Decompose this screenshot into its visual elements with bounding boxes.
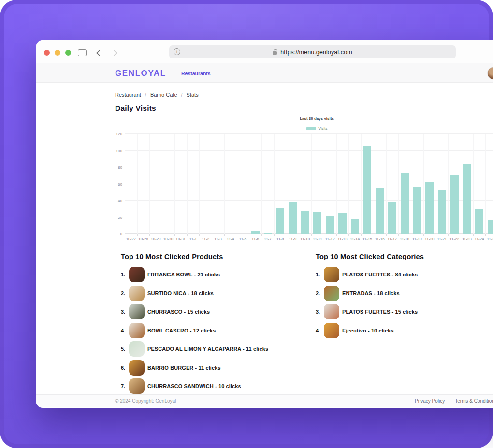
x-axis-tick	[448, 234, 449, 236]
chart-bar[interactable]	[301, 211, 309, 234]
site-header: GENLOYAL Restaurants	[36, 63, 493, 83]
list-item[interactable]: 1. PLATOS FUERTES - 84 clicks	[316, 267, 493, 282]
footer-link[interactable]: Terms & Conditions	[455, 398, 493, 404]
close-window-button[interactable]	[44, 50, 50, 56]
nav-item-restaurants[interactable]: Restaurants	[181, 71, 211, 76]
gridline	[287, 134, 287, 234]
gridline	[125, 150, 493, 151]
list-item[interactable]: 3. CHURRASCO - 15 clicks	[121, 304, 314, 319]
list-item[interactable]: 5. PESCADO AL LIMON Y ALCAPARRA - 11 cli…	[121, 341, 314, 357]
back-button-icon[interactable]	[96, 50, 102, 56]
list-item-rank: 4.	[316, 328, 322, 333]
top-categories-title: Top 10 Most Clicked Categories	[316, 253, 493, 260]
food-image	[129, 323, 145, 338]
list-item-rank: 2.	[316, 290, 322, 296]
list-item[interactable]: 4. BOWL CASERO - 12 clicks	[121, 323, 314, 338]
sidebar-toggle-icon[interactable]	[78, 49, 87, 56]
x-axis-tick	[261, 234, 262, 236]
gridline	[274, 134, 275, 234]
chart-bar[interactable]	[413, 187, 421, 234]
gridline	[137, 134, 138, 234]
gridline	[423, 134, 424, 234]
food-image	[324, 304, 339, 319]
food-image	[129, 360, 145, 376]
x-axis-tick-label: 10-28	[137, 237, 150, 242]
chart-bar[interactable]	[376, 188, 384, 234]
lock-icon	[273, 49, 277, 55]
list-item[interactable]: 6. BARRIO BURGER - 11 clicks	[121, 360, 314, 376]
x-axis-tick	[149, 234, 150, 236]
forward-button-icon[interactable]	[111, 50, 117, 56]
chart-legend[interactable]: Visits	[125, 126, 493, 130]
x-axis-tick	[473, 234, 474, 236]
food-image	[129, 267, 145, 282]
chart-bar[interactable]	[401, 173, 409, 234]
zoom-window-button[interactable]	[65, 50, 71, 56]
browser-window: + https://menu.genloyal.com GENLOYAL Res…	[36, 40, 493, 408]
x-axis-tick-label: 10-27	[125, 237, 137, 242]
chart-bar[interactable]	[289, 202, 297, 234]
list-item-rank: 2.	[121, 290, 128, 296]
food-image	[324, 267, 339, 282]
chart-bar[interactable]	[326, 216, 334, 234]
chart-bar[interactable]	[388, 202, 396, 234]
gridline	[485, 134, 486, 234]
chart-bar[interactable]	[351, 219, 359, 234]
chart-bar[interactable]	[313, 212, 321, 234]
gridline	[199, 134, 200, 234]
chart-bar[interactable]	[488, 220, 493, 234]
food-image	[129, 304, 145, 319]
chart-bar[interactable]	[363, 146, 371, 234]
gridline	[249, 134, 249, 234]
x-axis-tick-label: 11-7	[261, 237, 274, 242]
gridline	[299, 134, 299, 234]
chart-bar[interactable]	[264, 233, 272, 234]
list-item[interactable]: 2. SURTIDO NICA - 18 clicks	[121, 286, 314, 301]
chart-title: Last 30 days visits	[125, 116, 493, 121]
new-tab-icon[interactable]: +	[174, 48, 180, 55]
x-axis-tick-label: 11-6	[249, 237, 261, 242]
x-axis-tick-label: 11-2	[199, 237, 212, 242]
gridline	[473, 134, 474, 234]
list-item[interactable]: 3. PLATOS FUERTES - 15 clicks	[316, 304, 493, 319]
chart-bar[interactable]	[338, 213, 347, 234]
list-item[interactable]: 4. Ejecutivo - 10 clicks	[316, 323, 493, 338]
list-item[interactable]: 2. ENTRADAS - 18 clicks	[316, 286, 493, 301]
page-viewport: Restaurant/Barrio Cafe/Stats Daily Visit…	[36, 83, 493, 407]
chart-bar[interactable]	[425, 182, 434, 234]
list-item-label: Ejecutivo - 10 clicks	[342, 328, 394, 333]
x-axis-tick	[199, 234, 200, 236]
list-item-rank: 1.	[121, 272, 128, 277]
chart-bar[interactable]	[438, 190, 446, 234]
x-axis-tick-label: 11-23	[461, 237, 473, 242]
y-axis-tick-label: 60	[107, 182, 122, 187]
chart-bar[interactable]	[475, 209, 483, 234]
chart-bar[interactable]	[276, 208, 284, 234]
x-axis-tick	[324, 234, 324, 236]
url-text: https://menu.genloyal.com	[280, 49, 352, 56]
address-bar[interactable]: + https://menu.genloyal.com	[169, 45, 456, 58]
footer-link[interactable]: Privacy Policy	[415, 398, 445, 404]
breadcrumb-item[interactable]: Barrio Cafe	[150, 92, 177, 98]
list-item-label: BOWL CASERO - 12 clicks	[147, 328, 216, 333]
gridline	[224, 134, 225, 234]
chart-bar[interactable]	[251, 231, 260, 234]
breadcrumb-item[interactable]: Restaurant	[115, 92, 141, 98]
list-item[interactable]: 1. FRITANGA BOWL - 21 clicks	[121, 267, 314, 282]
x-axis-tick	[212, 234, 212, 236]
user-avatar[interactable]	[487, 67, 493, 80]
top-products-list: 1. FRITANGA BOWL - 21 clicks 2. SURTIDO …	[121, 267, 314, 394]
list-item[interactable]: 7. CHURRASCO SANDWICH - 10 clicks	[121, 378, 314, 394]
chart-bar[interactable]	[463, 164, 471, 234]
breadcrumb-item[interactable]: Stats	[187, 92, 199, 98]
gridline	[448, 134, 449, 234]
minimize-window-button[interactable]	[55, 50, 60, 56]
chart-bar[interactable]	[450, 175, 459, 234]
top-products-title: Top 10 Most Clicked Products	[121, 253, 314, 260]
top-categories-section: Top 10 Most Clicked Categories 1. PLATOS…	[316, 253, 493, 341]
logo[interactable]: GENLOYAL	[115, 69, 166, 78]
x-axis-tick	[137, 234, 138, 236]
breadcrumb-separator: /	[145, 92, 146, 98]
list-item-label: CHURRASCO SANDWICH - 10 clicks	[147, 383, 241, 389]
food-image	[324, 323, 339, 338]
